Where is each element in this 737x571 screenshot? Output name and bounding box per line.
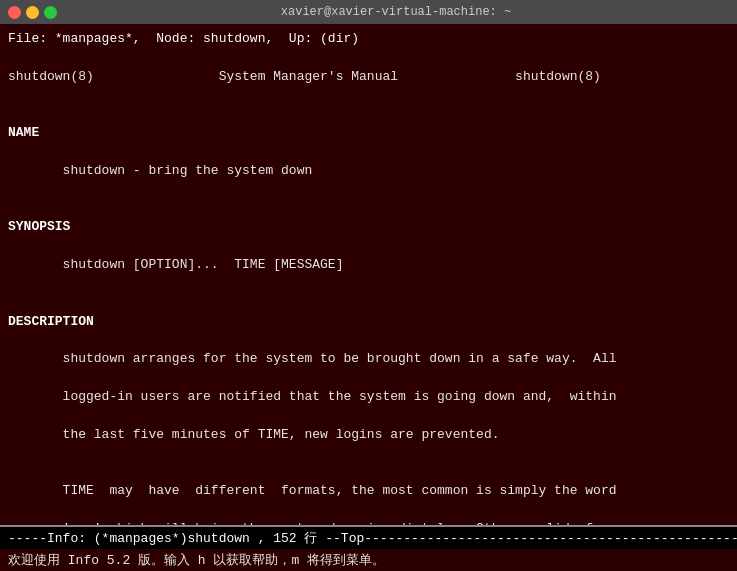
title-bar: xavier@xavier-virtual-machine: ~ [0,0,737,24]
close-button[interactable] [8,6,21,19]
file-line: File: *manpages*, Node: shutdown, Up: (d… [8,31,359,46]
desc2: logged-in users are notified that the sy… [8,389,617,404]
maximize-button[interactable] [44,6,57,19]
man-header: shutdown(8) System Manager's Manual shut… [8,69,601,84]
desc-section: DESCRIPTION [8,314,94,329]
desc4: TIME may have different formats, the mos… [8,483,617,498]
name-section: NAME [8,125,39,140]
desc3: the last five minutes of TIME, new login… [8,427,499,442]
name-desc: shutdown - bring the system down [8,163,312,178]
minimize-button[interactable] [26,6,39,19]
terminal-body[interactable]: File: *manpages*, Node: shutdown, Up: (d… [0,24,737,525]
status-bar: -----Info: (*manpages*)shutdown , 152 行 … [0,525,737,571]
synopsis-desc: shutdown [OPTION]... TIME [MESSAGE] [8,257,343,272]
synopsis-section: SYNOPSIS [8,219,70,234]
desc1: shutdown arranges for the system to be b… [8,351,617,366]
window-controls[interactable] [8,6,57,19]
status-line2: 欢迎使用 Info 5.2 版。输入 h 以获取帮助，m 将得到菜单。 [0,549,737,571]
window-title: xavier@xavier-virtual-machine: ~ [63,5,729,19]
status-line1: -----Info: (*manpages*)shutdown , 152 行 … [0,525,737,549]
